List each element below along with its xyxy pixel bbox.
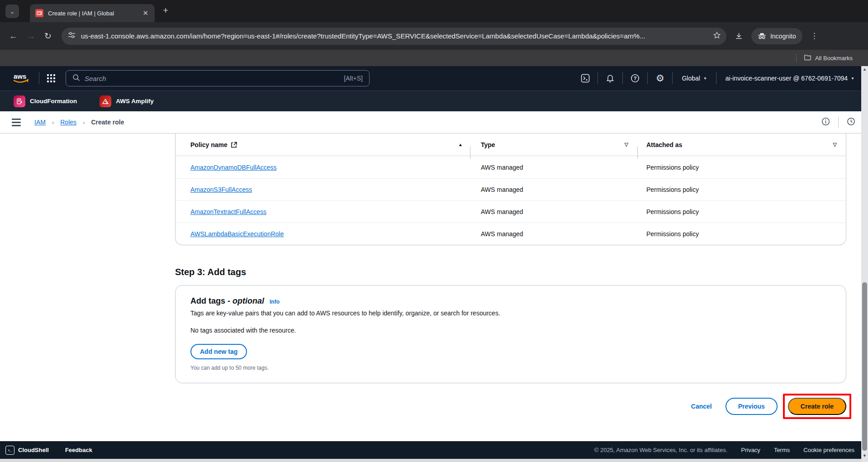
cloudshell-icon[interactable]: [573, 74, 598, 83]
vertical-scrollbar[interactable]: ▲ ▼: [861, 66, 868, 462]
browser-menu-icon[interactable]: ⋮: [811, 31, 818, 41]
horizontal-scrollbar[interactable]: [0, 459, 868, 462]
cookie-preferences-link[interactable]: Cookie preferences: [803, 447, 854, 453]
info-link[interactable]: Info: [270, 299, 280, 305]
policy-link[interactable]: AmazonS3FullAccess: [190, 186, 252, 193]
favorite-aws-amplify[interactable]: AWS Amplify: [100, 95, 154, 107]
download-icon[interactable]: [735, 32, 743, 40]
add-tags-title: Add tags - optional: [190, 296, 264, 306]
caret-down-icon: ▼: [703, 76, 707, 81]
add-tags-description: Tags are key-value pairs that you can ad…: [190, 310, 831, 317]
wizard-actions: Cancel Previous Create role: [175, 394, 851, 419]
add-new-tag-button[interactable]: Add new tag: [190, 344, 247, 359]
sort-ascending-icon[interactable]: ▲: [458, 142, 463, 147]
browser-tab[interactable]: Create role | IAM | Global ✕: [30, 4, 155, 22]
info-icon[interactable]: [821, 117, 830, 128]
console-footer: ›_ CloudShell Feedback © 2025, Amazon We…: [0, 441, 868, 459]
divider: [796, 54, 797, 62]
breadcrumb-current: Create role: [91, 119, 124, 126]
reload-icon[interactable]: ↻: [44, 31, 52, 41]
column-label: Attached as: [646, 141, 682, 148]
account-label: ai-invoice-scanner-user @ 6762-0691-7094: [726, 75, 848, 82]
back-icon[interactable]: ←: [9, 31, 18, 41]
scroll-down-icon[interactable]: ▼: [861, 452, 868, 459]
table-row: AmazonDynamoDBFullAccess AWS managed Per…: [175, 156, 846, 178]
divider: [838, 117, 839, 128]
help-icon[interactable]: ?: [623, 74, 647, 83]
folder-icon: [804, 54, 811, 62]
column-divider: [637, 146, 638, 159]
browser-tab-bar: ⌄ Create role | IAM | Global ✕ +: [0, 0, 868, 22]
tab-search-button[interactable]: ⌄: [5, 5, 19, 18]
cloudshell-terminal-icon[interactable]: ›_: [5, 446, 14, 455]
sort-toggle-icon[interactable]: ▽: [625, 142, 628, 148]
svg-text:?: ?: [634, 76, 637, 81]
privacy-link[interactable]: Privacy: [741, 447, 760, 453]
console-search-input[interactable]: Search [Alt+S]: [66, 70, 370, 86]
policy-type: AWS managed: [481, 164, 523, 171]
console-favorites-bar: CloudFormation AWS Amplify: [0, 91, 868, 111]
aws-console-header: aws Search [Alt+S] ? ⚙ Global ▼ ai-in: [0, 66, 868, 91]
cancel-button[interactable]: Cancel: [691, 403, 712, 410]
step-heading: Step 3: Add tags: [175, 267, 246, 277]
cloudshell-button[interactable]: CloudShell: [18, 447, 49, 453]
table-row: AWSLambdaBasicExecutionRole AWS managed …: [175, 223, 846, 245]
region-selector[interactable]: Global ▼: [682, 75, 707, 82]
divider: [39, 72, 39, 84]
cloudformation-icon: [14, 95, 25, 107]
new-tab-button[interactable]: +: [163, 5, 168, 16]
aws-logo[interactable]: aws: [12, 72, 32, 85]
column-label: Type: [481, 141, 495, 148]
aws-amplify-icon: [100, 95, 111, 107]
forward-icon[interactable]: →: [27, 31, 35, 41]
column-header-attached-as[interactable]: Attached as ▽: [637, 141, 846, 148]
services-grid-icon[interactable]: [47, 74, 56, 83]
search-placeholder: Search: [85, 75, 344, 82]
bookmarks-bar: All Bookmarks: [0, 50, 868, 66]
scroll-up-icon[interactable]: ▲: [861, 66, 868, 72]
feedback-button[interactable]: Feedback: [65, 447, 92, 453]
favorite-label: AWS Amplify: [116, 98, 154, 105]
caret-down-icon: ▼: [851, 76, 854, 81]
breadcrumb-link-roles[interactable]: Roles: [60, 119, 76, 126]
policies-table-card: Policy name ▲ Type ▽ Attached as ▽ Amazo…: [175, 133, 846, 245]
site-info-icon[interactable]: [68, 31, 76, 41]
policy-link[interactable]: AmazonDynamoDBFullAccess: [190, 164, 277, 171]
policy-link[interactable]: AWSLambdaBasicExecutionRole: [190, 230, 284, 238]
previous-button[interactable]: Previous: [726, 398, 778, 415]
policy-attached-as: Permissions policy: [646, 164, 699, 171]
sort-toggle-icon[interactable]: ▽: [833, 142, 837, 148]
policy-attached-as: Permissions policy: [646, 186, 699, 193]
policy-attached-as: Permissions policy: [646, 230, 699, 238]
divider: [672, 72, 673, 84]
favorite-cloudformation[interactable]: CloudFormation: [14, 95, 77, 107]
address-bar[interactable]: us-east-1.console.aws.amazon.com/iam/hom…: [62, 28, 726, 45]
all-bookmarks-button[interactable]: All Bookmarks: [815, 55, 853, 62]
scrollbar-thumb[interactable]: [862, 282, 867, 451]
settings-gear-icon[interactable]: ⚙: [648, 73, 672, 84]
tab-close-icon[interactable]: ✕: [141, 8, 150, 18]
bookmark-star-icon[interactable]: [713, 31, 721, 41]
breadcrumb-link-iam[interactable]: IAM: [34, 119, 46, 126]
notifications-bell-icon[interactable]: [598, 74, 622, 83]
region-label: Global: [682, 75, 700, 82]
add-tags-title-text: Add tags -: [190, 296, 232, 305]
column-header-policy-name[interactable]: Policy name ▲: [175, 141, 470, 148]
chevron-down-icon: ⌄: [10, 8, 15, 15]
column-header-type[interactable]: Type ▽: [470, 141, 637, 148]
tags-limit-hint: You can add up to 50 more tags.: [190, 365, 831, 371]
create-role-button[interactable]: Create role: [788, 398, 846, 415]
search-icon: [72, 74, 80, 83]
column-label: Policy name: [190, 141, 228, 148]
terms-link[interactable]: Terms: [774, 447, 790, 453]
side-nav-menu-icon[interactable]: [12, 119, 21, 126]
history-icon[interactable]: [847, 117, 855, 128]
svg-text:aws: aws: [14, 72, 26, 80]
copyright-text: © 2025, Amazon Web Services, Inc. or its…: [594, 447, 728, 453]
policy-link[interactable]: AmazonTextractFullAccess: [190, 208, 266, 215]
column-divider: [470, 146, 470, 159]
table-row: AmazonTextractFullAccess AWS managed Per…: [175, 200, 846, 223]
account-menu[interactable]: ai-invoice-scanner-user @ 6762-0691-7094…: [726, 75, 854, 82]
policy-type: AWS managed: [481, 186, 523, 193]
chevron-right-icon: ›: [83, 119, 85, 126]
